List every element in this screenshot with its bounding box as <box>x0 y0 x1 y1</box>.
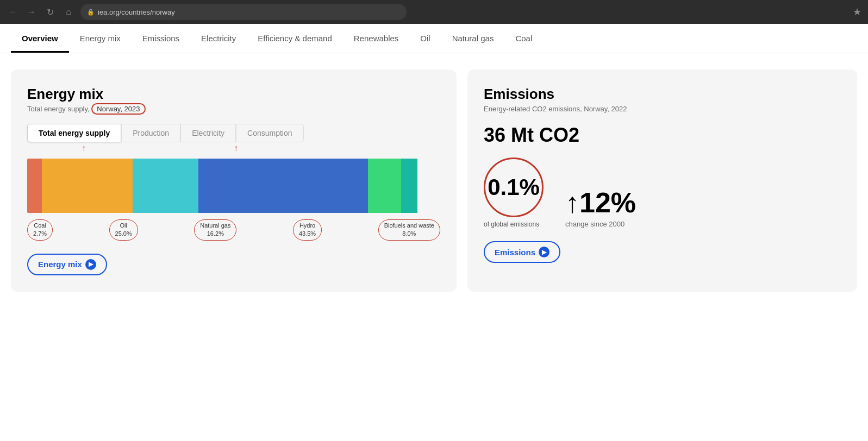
tab-total-energy-supply[interactable]: Total energy supply <box>27 124 121 142</box>
nav-item-overview[interactable]: Overview <box>11 24 69 53</box>
label-pill: Oil 25.0% <box>109 219 138 241</box>
tabs-container: Total energy supply Production Electrici… <box>27 124 440 142</box>
label-pill: Natural gas 16.2% <box>194 219 236 241</box>
bar-chart-container: Coal 2.7%Oil 25.0%Natural gas 16.2%Hydro… <box>27 159 440 241</box>
nav-item-natural-gas[interactable]: Natural gas <box>441 24 505 53</box>
subtitle-highlighted: Norway, 2023 <box>91 103 145 115</box>
emissions-link[interactable]: Emissions ▶ <box>484 241 560 263</box>
nav-item-emissions[interactable]: Emissions <box>132 24 190 53</box>
global-percent-value: 0.1% <box>488 176 540 199</box>
emissions-subtitle: Energy-related CO2 emissions, Norway, 20… <box>484 105 841 113</box>
bar-labels: Coal 2.7%Oil 25.0%Natural gas 16.2%Hydro… <box>27 219 440 241</box>
emissions-stats-row: 0.1% of global emissions ↑12% change sin… <box>484 158 841 228</box>
energy-mix-title: Energy mix <box>27 86 440 103</box>
subtitle-plain: Total energy supply, <box>27 105 90 113</box>
bar-segment-oil <box>42 159 133 213</box>
nav-item-electricity[interactable]: Electricity <box>190 24 247 53</box>
url-text: iea.org/countries/norway <box>98 8 175 16</box>
security-icon: 🔒 <box>87 9 95 16</box>
energy-mix-link[interactable]: Energy mix ▶ <box>27 254 107 275</box>
bar-segment-biofuels-and-waste <box>368 159 401 213</box>
label-pill: Hydro 43.5% <box>293 219 322 241</box>
bar-segment-natural-gas <box>133 159 199 213</box>
main-content: Energy mix Total energy supply, Norway, … <box>0 53 868 308</box>
bar-label-natural-gas: Natural gas 16.2% <box>194 219 236 241</box>
reload-button[interactable]: ↻ <box>43 5 57 18</box>
global-percent-label: of global emissions <box>484 220 544 228</box>
bar-segment- <box>401 159 417 213</box>
bar-label-coal: Coal 2.7% <box>27 219 53 241</box>
energy-mix-subtitle: Total energy supply, Norway, 2023 <box>27 105 440 113</box>
bar-segment-hydro <box>198 159 368 213</box>
nav-item-oil[interactable]: Oil <box>409 24 441 53</box>
back-button[interactable]: ← <box>7 5 20 18</box>
energy-mix-link-label: Energy mix <box>38 260 82 269</box>
nav-item-coal[interactable]: Coal <box>504 24 543 53</box>
bar-segment-coal <box>27 159 42 213</box>
nav-item-energy-mix[interactable]: Energy mix <box>69 24 132 53</box>
main-nav: Overview Energy mix Emissions Electricit… <box>0 24 868 53</box>
change-block: ↑12% change since 2000 <box>565 188 636 228</box>
bar-label-biofuels-and-waste: Biofuels and waste 8.0% <box>378 219 440 241</box>
energy-mix-card: Energy mix Total energy supply, Norway, … <box>11 70 457 292</box>
emissions-link-label: Emissions <box>495 248 535 257</box>
tab-production[interactable]: Production <box>121 124 180 142</box>
tab-electricity[interactable]: Electricity <box>180 124 236 142</box>
label-pill: Biofuels and waste 8.0% <box>378 219 440 241</box>
bar-label-hydro: Hydro 43.5% <box>293 219 322 241</box>
label-pill: Coal 2.7% <box>27 219 53 241</box>
emissions-value: 36 Mt CO2 <box>484 124 841 147</box>
bookmark-star-icon[interactable]: ★ <box>853 6 861 18</box>
browser-chrome: ← → ↻ ⌂ 🔒 iea.org/countries/norway ★ <box>0 0 868 24</box>
nav-item-renewables[interactable]: Renewables <box>343 24 410 53</box>
arrow-circle-icon-emissions: ▶ <box>539 247 549 257</box>
forward-button[interactable]: → <box>25 5 38 18</box>
tab-consumption[interactable]: Consumption <box>236 124 304 142</box>
energy-tabs: Total energy supply Production Electrici… <box>27 124 440 142</box>
address-bar[interactable]: 🔒 iea.org/countries/norway <box>80 4 407 20</box>
arrow-circle-icon: ▶ <box>85 259 96 270</box>
global-percent-circle: 0.1% <box>484 158 544 217</box>
emissions-card: Emissions Energy-related CO2 emissions, … <box>467 70 857 292</box>
change-value: ↑12% <box>565 188 636 217</box>
nav-item-efficiency[interactable]: Efficiency & demand <box>247 24 342 53</box>
bar-label-oil: Oil 25.0% <box>109 219 138 241</box>
arrow-indicator-total: ↑ <box>82 143 86 153</box>
energy-bar-chart <box>27 159 440 213</box>
arrow-indicator-electricity: ↑ <box>234 143 238 153</box>
emissions-title: Emissions <box>484 86 841 103</box>
global-percent-block: 0.1% of global emissions <box>484 158 544 228</box>
change-label: change since 2000 <box>565 220 636 228</box>
home-button[interactable]: ⌂ <box>62 5 75 18</box>
